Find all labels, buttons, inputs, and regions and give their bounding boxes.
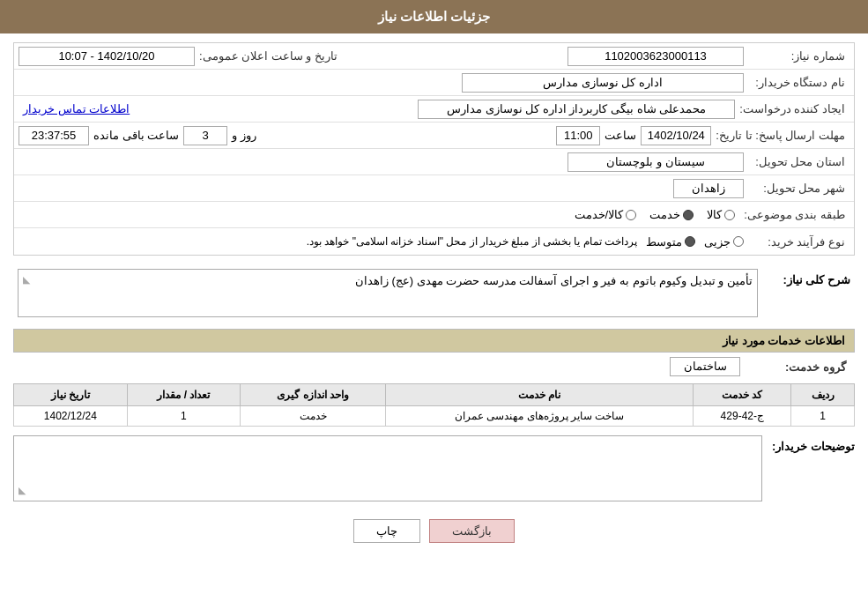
table-header-row: ردیف کد خدمت نام خدمت واحد اندازه گیری ت… (14, 384, 855, 406)
category-option-khedmat[interactable]: خدمت (649, 208, 694, 221)
print-button[interactable]: چاپ (353, 519, 420, 543)
city-value: زاهدان (673, 179, 744, 198)
cell-quantity: 1 (127, 406, 241, 427)
deadline-days: 3 (183, 126, 227, 145)
cell-row: 1 (791, 406, 855, 427)
row-category: طبقه بندی موضوعی: کالا خدمت کالا/خدمت (14, 202, 854, 228)
cell-name: ساخت سایر پروژه‌های مهندسی عمران (385, 406, 693, 427)
category-kala-khedmat-label: کالا/خدمت (575, 208, 624, 221)
service-group-value: ساختمان (670, 357, 740, 376)
page-wrapper: جزئیات اطلاعات نیاز شماره نیاز: 11020036… (0, 0, 868, 609)
radio-jozi (733, 236, 744, 247)
col-unit: واحد اندازه گیری (241, 384, 386, 406)
radio-motavaser (685, 236, 695, 247)
table-row: 1 ج-42-429 ساخت سایر پروژه‌های مهندسی عم… (14, 406, 855, 427)
creator-label: ایجاد کننده درخواست: (735, 102, 849, 115)
need-number-label: شماره نیاز: (744, 49, 849, 63)
need-description-label: شرح کلی نیاز: (762, 269, 850, 286)
buttons-row: بازگشت چاپ (13, 510, 855, 552)
category-label: طبقه بندی موضوعی: (739, 208, 849, 221)
creator-value: محمدعلی شاه بیگی کاربرداز اداره کل نوساز… (418, 100, 735, 119)
category-option-kala-khedmat[interactable]: کالا/خدمت (575, 208, 637, 221)
deadline-remaining: 23:37:55 (19, 126, 89, 145)
main-info-section: شماره نیاز: 1102003623000113 تاریخ و ساع… (13, 42, 855, 256)
process-option-motavaser[interactable]: متوسط (646, 235, 695, 249)
category-kala-label: کالا (707, 208, 722, 221)
cell-code: ج-42-429 (694, 406, 791, 427)
page-title: جزئیات اطلاعات نیاز (378, 9, 490, 24)
cell-unit: خدمت (241, 406, 386, 427)
deadline-remaining-label: ساعت باقی مانده (89, 129, 183, 142)
main-content: شماره نیاز: 1102003623000113 تاریخ و ساع… (0, 33, 868, 561)
process-note: پرداخت تمام یا بخشی از مبلغ خریدار از مح… (307, 235, 637, 248)
category-khedmat-label: خدمت (649, 208, 680, 221)
buyer-notes-box: ◣ (13, 435, 762, 501)
services-section-header: اطلاعات خدمات مورد نیاز (13, 329, 855, 353)
city-label: شهر محل تحویل: (744, 182, 849, 195)
row-province: استان محل تحویل: سیستان و بلوچستان (14, 149, 854, 175)
services-table-section: ردیف کد خدمت نام خدمت واحد اندازه گیری ت… (13, 383, 855, 427)
row-buyer-org: نام دستگاه خریدار: اداره کل نوسازی مدارس (14, 70, 854, 96)
deadline-time-label: ساعت (600, 129, 641, 142)
col-code: کد خدمت (694, 384, 791, 406)
process-type-group: جزیی متوسط پرداخت تمام یا بخشی از مبلغ خ… (19, 235, 744, 249)
buyer-org-value: اداره کل نوسازی مدارس (462, 73, 744, 93)
need-description-section: شرح کلی نیاز: تأمین و تبدیل وکیوم باتوم … (13, 264, 855, 322)
services-table: ردیف کد خدمت نام خدمت واحد اندازه گیری ت… (13, 383, 855, 427)
row-deadline: مهلت ارسال پاسخ: تا تاریخ: 1402/10/24 سا… (14, 123, 854, 149)
col-row: ردیف (791, 384, 855, 406)
row-creator: ایجاد کننده درخواست: محمدعلی شاه بیگی کا… (14, 96, 854, 123)
announce-date-value: 1402/10/20 - 10:07 (19, 47, 195, 66)
process-label: نوع فرآیند خرید: (744, 235, 849, 249)
category-radio-group: کالا خدمت کالا/خدمت (570, 208, 740, 221)
buyer-notes-section: توضیحات خریدار: ◣ (13, 435, 855, 501)
buyer-notes-label: توضیحات خریدار: (767, 435, 855, 453)
need-description-value: تأمین و تبدیل وکیوم باتوم به فیر و اجرای… (355, 274, 753, 287)
announce-date-label: تاریخ و ساعت اعلان عمومی: (195, 49, 342, 63)
col-name: نام خدمت (385, 384, 693, 406)
row-need-number: شماره نیاز: 1102003623000113 تاریخ و ساع… (14, 43, 854, 70)
deadline-label: مهلت ارسال پاسخ: تا تاریخ: (711, 129, 849, 142)
service-group-row: گروه خدمت: ساختمان (13, 357, 855, 376)
province-label: استان محل تحویل: (744, 155, 849, 168)
col-date: تاریخ نیاز (14, 384, 128, 406)
radio-kala-khedmat (626, 210, 636, 220)
buyer-org-label: نام دستگاه خریدار: (744, 76, 849, 89)
row-process-type: نوع فرآیند خرید: جزیی متوسط پرداخت تمام … (14, 228, 854, 255)
contact-link[interactable]: اطلاعات تماس خریدار (19, 102, 134, 115)
province-value: سیستان و بلوچستان (568, 152, 744, 172)
process-motavaser-label: متوسط (646, 235, 682, 249)
page-header: جزئیات اطلاعات نیاز (0, 0, 868, 33)
process-jozi-label: جزیی (704, 235, 731, 249)
radio-khedmat (683, 210, 694, 220)
category-option-kala[interactable]: کالا (707, 208, 735, 221)
row-city: شهر محل تحویل: زاهدان (14, 175, 854, 202)
radio-kala (724, 210, 735, 220)
deadline-days-label: روز و (227, 129, 261, 142)
col-quantity: تعداد / مقدار (127, 384, 241, 406)
deadline-date: 1402/10/24 (641, 126, 711, 145)
deadline-time: 11:00 (556, 126, 600, 145)
cell-date: 1402/12/24 (14, 406, 128, 427)
service-group-label: گروه خدمت: (745, 360, 850, 374)
need-number-value: 1102003623000113 (568, 47, 744, 66)
need-description-box: تأمین و تبدیل وکیوم باتوم به فیر و اجرای… (18, 269, 758, 317)
back-button[interactable]: بازگشت (429, 519, 515, 543)
process-option-jozi[interactable]: جزیی (704, 235, 744, 249)
